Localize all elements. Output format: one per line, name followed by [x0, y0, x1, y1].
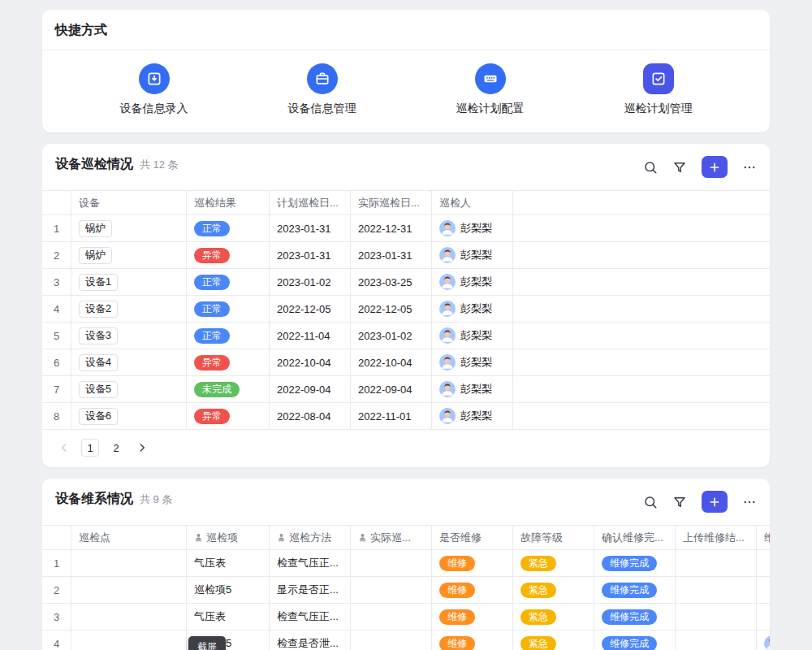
filter-icon[interactable]: [672, 160, 687, 175]
page-button-1[interactable]: 1: [81, 439, 99, 457]
column-header-3[interactable]: 实际巡检日...: [351, 191, 432, 215]
device-cell[interactable]: 设备1: [71, 269, 187, 296]
repairer-cell[interactable]: [757, 577, 770, 604]
plan-date-cell[interactable]: 2023-01-31: [270, 215, 351, 242]
inspector-cell[interactable]: 彭梨梨: [432, 215, 513, 242]
method-cell[interactable]: 检查气压正...: [270, 550, 351, 577]
device-cell[interactable]: 设备3: [71, 323, 187, 349]
actual-date-cell[interactable]: 2023-01-31: [351, 242, 432, 269]
level-cell[interactable]: 紧急: [513, 630, 594, 650]
add-record-button[interactable]: [702, 156, 728, 178]
plan-date-cell[interactable]: 2023-01-02: [270, 269, 351, 296]
column-header-1[interactable]: 巡检项: [187, 526, 270, 550]
result-cell[interactable]: 未完成: [187, 376, 270, 403]
result-cell[interactable]: 异常: [187, 242, 270, 269]
confirm-cell[interactable]: 维修完成: [594, 630, 676, 650]
device-cell[interactable]: 设备5: [71, 376, 187, 403]
repairer-cell[interactable]: [757, 630, 770, 650]
point-cell[interactable]: [71, 604, 187, 630]
level-cell[interactable]: 紧急: [513, 577, 594, 604]
row-number[interactable]: 5: [42, 323, 71, 349]
repairer-cell[interactable]: [757, 550, 770, 577]
confirm-cell[interactable]: 维修完成: [594, 577, 676, 604]
prev-page-icon[interactable]: [55, 439, 73, 457]
level-cell[interactable]: 紧急: [513, 550, 594, 577]
more-icon[interactable]: [742, 160, 757, 175]
result-cell[interactable]: 正常: [187, 323, 270, 349]
upload-cell[interactable]: [676, 577, 757, 604]
item-cell[interactable]: 气压表: [187, 604, 270, 630]
column-header-5[interactable]: 故障等级: [513, 526, 594, 550]
method-cell[interactable]: 检查是否泄...: [270, 630, 351, 650]
row-number[interactable]: 2: [42, 577, 71, 604]
plan-date-cell[interactable]: 2022-11-04: [270, 323, 351, 349]
shortcut-item-1[interactable]: 设备信息录入: [120, 63, 188, 116]
row-number[interactable]: 8: [42, 403, 71, 430]
upload-cell[interactable]: [676, 630, 757, 650]
repairer-cell[interactable]: [757, 604, 770, 630]
next-page-icon[interactable]: [133, 439, 151, 457]
column-header-6[interactable]: 确认维修完...: [594, 526, 676, 550]
row-number[interactable]: 4: [42, 296, 71, 323]
device-cell[interactable]: 设备4: [71, 349, 187, 376]
page-button-2[interactable]: 2: [107, 439, 125, 457]
shortcut-item-4[interactable]: 巡检计划管理: [624, 63, 693, 116]
point-cell[interactable]: [71, 577, 187, 604]
upload-cell[interactable]: [676, 604, 757, 630]
actual-date-cell[interactable]: 2023-03-25: [351, 269, 432, 296]
plan-date-cell[interactable]: 2022-08-04: [270, 403, 351, 430]
confirm-cell[interactable]: 维修完成: [594, 604, 676, 630]
row-number[interactable]: 1: [42, 215, 71, 242]
more-icon[interactable]: [742, 495, 757, 509]
item-cell[interactable]: 气压表: [187, 550, 270, 577]
repair-cell[interactable]: 维修: [432, 550, 513, 577]
result-cell[interactable]: 正常: [187, 269, 270, 296]
device-cell[interactable]: 锅炉: [71, 215, 187, 242]
result-cell[interactable]: 异常: [187, 349, 270, 376]
repair-cell[interactable]: 维修: [432, 577, 513, 604]
search-icon[interactable]: [643, 160, 658, 175]
column-header-3[interactable]: 实际巡...: [351, 526, 432, 550]
item-cell[interactable]: 巡检项5: [187, 577, 270, 604]
inspector-cell[interactable]: 彭梨梨: [432, 323, 513, 349]
plan-date-cell[interactable]: 2022-09-04: [270, 376, 351, 403]
inspector-cell[interactable]: 彭梨梨: [432, 376, 513, 403]
level-cell[interactable]: 紧急: [513, 604, 594, 630]
plan-date-cell[interactable]: 2022-10-04: [270, 349, 351, 376]
column-header-8[interactable]: 维: [757, 526, 770, 550]
inspector-cell[interactable]: 彭梨梨: [432, 296, 513, 323]
row-number[interactable]: 4: [42, 630, 71, 650]
device-cell[interactable]: 设备6: [71, 403, 187, 430]
column-header-7[interactable]: 上传维修结...: [676, 526, 757, 550]
column-header-2[interactable]: 计划巡检日...: [270, 191, 351, 215]
actual-date-cell[interactable]: 2022-10-04: [351, 349, 432, 376]
column-header-4[interactable]: 巡检人: [432, 191, 513, 215]
shortcut-item-2[interactable]: 设备信息管理: [288, 63, 356, 116]
method-cell[interactable]: 显示是否正...: [270, 577, 351, 604]
actual-date-cell[interactable]: 2022-12-31: [351, 215, 432, 242]
inspector-cell[interactable]: 彭梨梨: [432, 403, 513, 430]
column-header-2[interactable]: 巡检方法: [270, 526, 351, 550]
device-cell[interactable]: 锅炉: [71, 242, 187, 269]
actual-cell[interactable]: [351, 577, 432, 604]
point-cell[interactable]: [71, 630, 187, 650]
actual-date-cell[interactable]: 2022-12-05: [351, 296, 432, 323]
upload-cell[interactable]: [676, 550, 757, 577]
repair-cell[interactable]: 维修: [432, 630, 513, 650]
inspector-cell[interactable]: 彭梨梨: [432, 269, 513, 296]
shortcut-item-3[interactable]: 巡检计划配置: [456, 63, 525, 116]
actual-cell[interactable]: [351, 630, 432, 650]
row-number[interactable]: 7: [42, 376, 71, 403]
actual-cell[interactable]: [351, 604, 432, 630]
column-header-4[interactable]: 是否维修: [432, 526, 513, 550]
actual-date-cell[interactable]: 2023-01-02: [351, 323, 432, 349]
actual-cell[interactable]: [351, 550, 432, 577]
inspector-cell[interactable]: 彭梨梨: [432, 242, 513, 269]
row-number[interactable]: 6: [42, 349, 71, 376]
method-cell[interactable]: 检查气压正...: [270, 604, 351, 630]
add-record-button[interactable]: [702, 491, 728, 513]
device-cell[interactable]: 设备2: [71, 296, 187, 323]
inspector-cell[interactable]: 彭梨梨: [432, 349, 513, 376]
column-header-1[interactable]: 巡检结果: [187, 191, 270, 215]
column-header-0[interactable]: 设备: [71, 191, 187, 215]
